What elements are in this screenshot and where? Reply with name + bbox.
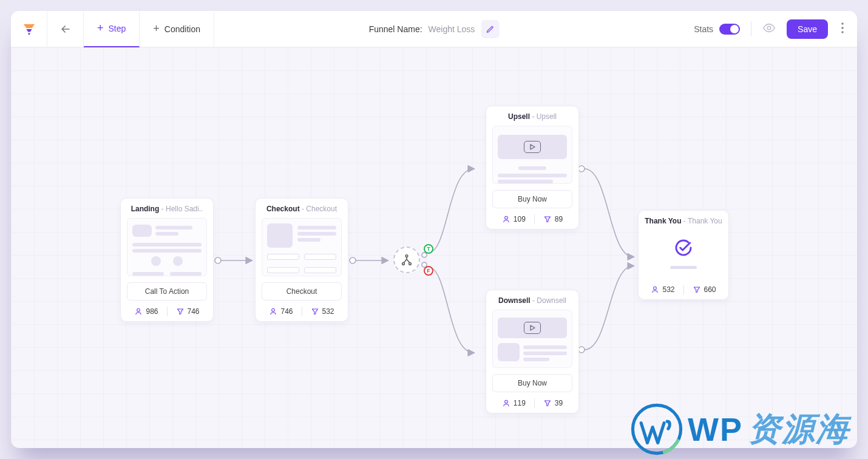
- user-icon: [269, 307, 277, 316]
- tab-step-label: Step: [109, 24, 126, 33]
- node-cta: Call To Action: [127, 282, 207, 301]
- tab-condition-label: Condition: [164, 24, 200, 34]
- visitors-count: 119: [514, 399, 526, 407]
- preview-button[interactable]: [762, 21, 776, 37]
- visitors-count: 746: [280, 307, 293, 316]
- filter-icon: [176, 307, 185, 316]
- svg-point-12: [409, 263, 412, 265]
- node-name: Thank You: [688, 217, 722, 225]
- node-metrics: 746 532: [262, 307, 342, 316]
- pencil-icon: [486, 25, 494, 33]
- node-checkout[interactable]: Checkout - Checkout: [255, 198, 348, 322]
- visitors-count: 986: [146, 307, 158, 316]
- node-type: Checkout: [266, 205, 300, 213]
- conversions-count: 532: [322, 307, 334, 316]
- node-metrics: 532 660: [645, 285, 722, 294]
- node-downsell[interactable]: Downsell - Downsell Buy Now 119: [486, 290, 579, 413]
- conversions-count: 746: [188, 307, 200, 316]
- watermark: WP 资源海: [631, 403, 850, 455]
- conversions-count: 39: [555, 399, 563, 407]
- node-metrics: 986 746: [127, 307, 207, 316]
- conversions-count: 660: [704, 285, 716, 294]
- svg-point-1: [841, 22, 844, 25]
- user-icon: [502, 399, 510, 407]
- funnel-canvas[interactable]: Landing - Hello Sadi..: [11, 47, 857, 448]
- wordpress-logo-icon: [631, 403, 683, 455]
- app-logo: [11, 11, 47, 47]
- node-thumbnail: [492, 126, 572, 184]
- svg-point-2: [841, 27, 844, 29]
- back-button[interactable]: [47, 11, 84, 47]
- node-type: Upsell: [508, 112, 530, 121]
- filter-icon: [693, 285, 701, 294]
- node-type: Downsell: [498, 296, 531, 305]
- node-cta: Buy Now: [492, 190, 572, 208]
- svg-point-6: [350, 257, 356, 264]
- user-icon: [651, 285, 659, 294]
- visitors-count: 532: [662, 285, 674, 294]
- node-title: Downsell - Downsell: [492, 296, 572, 305]
- stats-toggle-group: Stats: [694, 24, 740, 35]
- filter-icon: [311, 307, 319, 316]
- visitors-count: 109: [514, 215, 526, 223]
- user-icon: [134, 307, 143, 316]
- arrow-left-icon: [59, 23, 72, 35]
- badge-false: F: [424, 266, 433, 276]
- svg-point-8: [578, 166, 585, 172]
- node-title: Upsell - Upsell: [492, 112, 572, 121]
- node-title: Checkout - Checkout: [262, 205, 342, 213]
- node-type: Landing: [131, 205, 160, 213]
- node-metrics: 119 39: [492, 398, 572, 408]
- node-upsell[interactable]: Upsell - Upsell Buy Now 109 89: [486, 106, 579, 229]
- svg-point-3: [841, 31, 844, 33]
- more-menu-button[interactable]: [839, 22, 846, 36]
- node-thumbnail: [127, 218, 207, 276]
- node-thumbnail: [645, 230, 722, 276]
- node-thumbnail: [492, 310, 572, 368]
- watermark-text-1: WP: [688, 410, 743, 448]
- svg-point-9: [578, 347, 585, 353]
- node-name: Downsell: [537, 296, 566, 305]
- user-icon: [502, 215, 510, 223]
- svg-point-11: [402, 263, 405, 265]
- svg-point-10: [405, 255, 408, 257]
- node-condition[interactable]: T F: [393, 246, 420, 273]
- node-thumbnail: [262, 218, 342, 276]
- app-window: + Step + Condition Funnel Name: Weight L…: [11, 11, 857, 448]
- node-name: Checkout: [306, 205, 337, 213]
- filter-icon: [543, 399, 552, 407]
- edit-name-button[interactable]: [481, 20, 499, 38]
- save-button[interactable]: Save: [787, 19, 828, 39]
- dots-vertical-icon: [841, 22, 844, 33]
- eye-icon: [762, 21, 776, 35]
- node-cta: Buy Now: [492, 374, 572, 392]
- check-circle-icon: [674, 238, 693, 260]
- node-type: Thank You: [645, 217, 681, 225]
- branch-icon: [400, 253, 413, 267]
- funnel-name-group: Funnel Name: Weight Loss: [369, 20, 500, 38]
- tab-condition[interactable]: + Condition: [140, 11, 214, 47]
- node-landing[interactable]: Landing - Hello Sadi..: [120, 198, 214, 322]
- divider: [751, 22, 751, 36]
- filter-icon: [543, 215, 552, 223]
- tab-step[interactable]: + Step: [84, 11, 140, 47]
- node-name: Hello Sadi..: [166, 205, 203, 213]
- badge-true: T: [424, 244, 433, 254]
- node-name: Upsell: [537, 112, 557, 121]
- svg-point-4: [215, 257, 221, 264]
- node-thankyou[interactable]: Thank You - Thank You 532 660: [638, 210, 729, 300]
- node-title: Landing - Hello Sadi..: [127, 205, 207, 213]
- topbar-right: Stats Save: [694, 19, 857, 39]
- plus-icon: +: [97, 22, 104, 35]
- conversions-count: 89: [555, 215, 563, 223]
- funnel-logo-icon: [22, 22, 36, 36]
- funnel-name-label: Funnel Name:: [369, 24, 422, 34]
- node-title: Thank You - Thank You: [645, 217, 722, 225]
- stats-label: Stats: [694, 24, 713, 34]
- stats-toggle[interactable]: [719, 24, 740, 35]
- plus-icon: +: [153, 22, 160, 35]
- topbar: + Step + Condition Funnel Name: Weight L…: [11, 11, 857, 47]
- play-icon: [524, 141, 541, 153]
- svg-point-0: [767, 26, 771, 30]
- node-metrics: 109 89: [492, 214, 572, 224]
